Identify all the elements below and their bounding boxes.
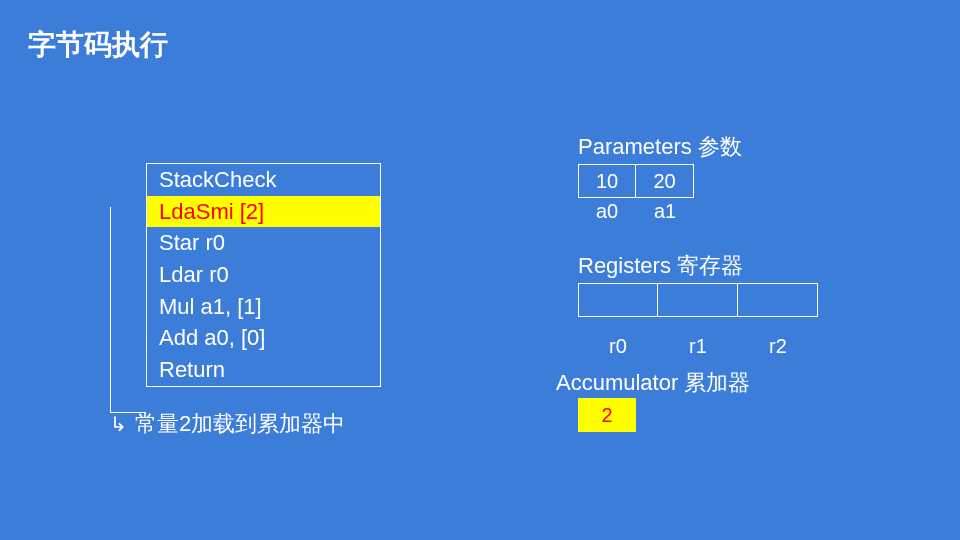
- bytecode-line: Mul a1, [1]: [147, 291, 380, 323]
- bytecode-line: Return: [147, 354, 380, 386]
- register-name: r0: [578, 335, 658, 358]
- bytecode-line: StackCheck: [147, 164, 380, 196]
- accumulator-cell: 2: [578, 398, 636, 432]
- parameters-label: Parameters 参数: [578, 132, 742, 162]
- registers-label: Registers 寄存器: [578, 251, 743, 281]
- parameters-names: a0 a1: [578, 200, 694, 223]
- bytecode-list: StackCheck LdaSmi [2] Star r0 Ldar r0 Mu…: [146, 163, 381, 387]
- pointer-connector: [110, 207, 146, 413]
- bytecode-line: Star r0: [147, 227, 380, 259]
- registers-names: r0 r1 r2: [578, 335, 818, 358]
- annotation: ↳ 常量2加载到累加器中: [110, 409, 345, 439]
- bytecode-line: Ldar r0: [147, 259, 380, 291]
- register-name: r2: [738, 335, 818, 358]
- annotation-text: 常量2加载到累加器中: [135, 409, 345, 439]
- arrow-right-icon: ↳: [110, 414, 127, 434]
- parameter-name: a1: [636, 200, 694, 223]
- parameter-cell-a0: 10: [578, 164, 636, 198]
- register-cell-r1: [658, 283, 738, 317]
- register-cell-r0: [578, 283, 658, 317]
- register-name: r1: [658, 335, 738, 358]
- parameter-name: a0: [578, 200, 636, 223]
- register-cell-r2: [738, 283, 818, 317]
- bytecode-line-current: LdaSmi [2]: [147, 196, 380, 228]
- registers-row: [578, 283, 818, 317]
- page-title: 字节码执行: [28, 26, 168, 64]
- parameter-cell-a1: 20: [636, 164, 694, 198]
- bytecode-line: Add a0, [0]: [147, 322, 380, 354]
- accumulator-label: Accumulator 累加器: [556, 368, 750, 398]
- parameters-row: 10 20: [578, 164, 694, 198]
